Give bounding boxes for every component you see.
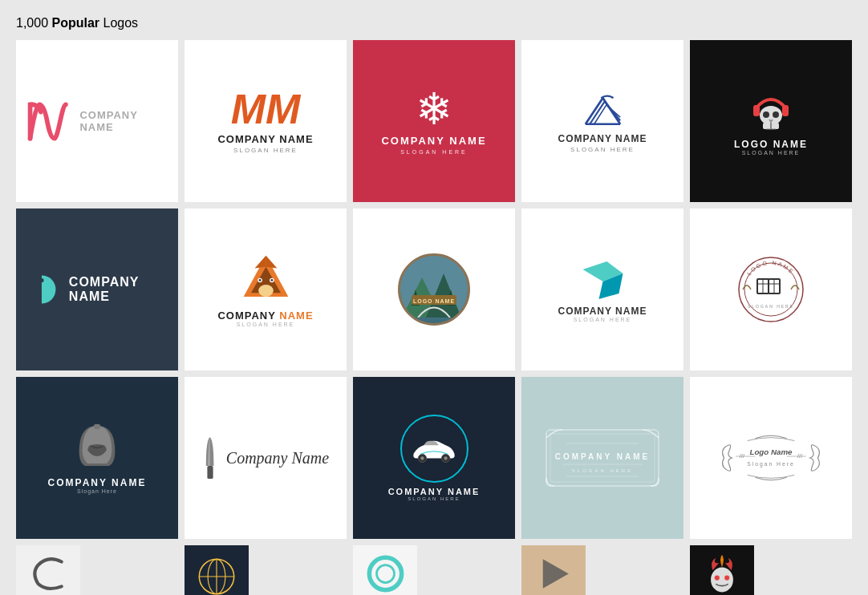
card12-company-name: Company Name <box>226 449 329 468</box>
knife-icon <box>202 430 218 486</box>
result-count: 1,000 <box>16 16 48 30</box>
ornate-frame-icon: COMPANY NAME SLOGAN HERE <box>542 426 663 490</box>
logo-card-19[interactable] <box>521 545 586 595</box>
logo-card-17[interactable] <box>185 545 249 595</box>
svg-rect-2 <box>782 105 789 116</box>
logo-card-3[interactable]: ❄ COMPANY NAME SLOGAN HERE <box>353 40 515 202</box>
logo-card-10[interactable]: LOGO NAME SLOGAN HERE <box>690 208 852 370</box>
logo-card-4[interactable]: COMPANY NAME SLOGAN HERE <box>521 40 683 202</box>
logo-card-6[interactable]: COMPANY NAME <box>16 208 178 370</box>
fox-icon <box>240 252 292 308</box>
logo-card-18[interactable] <box>353 545 417 595</box>
svg-marker-18 <box>266 256 277 269</box>
helmet-icon <box>73 422 121 474</box>
decorative-frame-icon: Logo Name Slogan Here /// /// <box>712 427 830 489</box>
partial-shield-icon <box>193 552 241 595</box>
card13-company-name: COMPANY NAME <box>388 487 481 496</box>
logo-card-1[interactable]: COMPANY NAME <box>16 40 178 202</box>
geo-c-icon <box>577 257 629 306</box>
card3-slogan: SLOGAN HERE <box>400 149 468 155</box>
svg-point-43 <box>444 456 447 459</box>
svg-text:LOGO NAME: LOGO NAME <box>413 298 455 304</box>
svg-text:COMPANY NAME: COMPANY NAME <box>555 452 650 461</box>
card5-slogan: SLOGAN HERE <box>742 150 801 156</box>
svg-rect-38 <box>207 466 213 479</box>
book-circle-icon: LOGO NAME SLOGAN HERE <box>735 253 807 326</box>
partial-play-icon <box>532 552 576 595</box>
pacman-icon <box>24 269 59 310</box>
svg-point-5 <box>763 111 769 118</box>
svg-point-9 <box>39 278 43 282</box>
paper-stack-icon <box>577 89 629 133</box>
mountain-badge-icon: LOGO NAME <box>398 253 470 326</box>
logo-card-20[interactable] <box>690 545 754 595</box>
card5-company-name: LOGO NAME <box>734 139 808 150</box>
letter-n-icon <box>24 95 73 148</box>
logo-card-5[interactable]: LOGO NAME SLOGAN HERE <box>690 40 852 202</box>
card3-company-name: COMPANY NAME <box>381 135 486 147</box>
svg-point-28 <box>739 257 803 322</box>
filter-popular: Popular <box>52 16 100 30</box>
logo-card-9[interactable]: COMPANY NAME SLOGAN HERE <box>521 208 683 370</box>
svg-point-6 <box>773 111 779 118</box>
svg-text:Logo Name: Logo Name <box>749 447 793 456</box>
logo-card-14[interactable]: COMPANY NAME SLOGAN HERE <box>521 377 683 539</box>
svg-point-62 <box>376 565 394 583</box>
card2-slogan: SLOGAN HERE <box>233 147 298 154</box>
svg-marker-17 <box>254 256 266 269</box>
svg-point-61 <box>369 557 401 589</box>
card1-company-name: COMPANY NAME <box>79 109 170 133</box>
car-circle-icon <box>400 415 468 483</box>
svg-text:Slogan Here: Slogan Here <box>747 461 794 468</box>
partial-demon-icon <box>698 552 746 595</box>
svg-text:///: /// <box>740 452 745 459</box>
card4-slogan: SLOGAN HERE <box>570 146 635 153</box>
page-header: 1,000 Popular Logos <box>16 16 852 30</box>
card2-company-name: COMPANY NAME <box>217 133 313 145</box>
logo-card-8[interactable]: LOGO NAME <box>353 208 515 370</box>
logo-card-11[interactable]: COMPANY NAME Slogan Here <box>16 377 178 539</box>
mm-letters-icon: MM <box>231 88 301 130</box>
svg-text:SLOGAN HERE: SLOGAN HERE <box>572 468 633 473</box>
svg-rect-1 <box>753 105 760 116</box>
logo-card-15[interactable]: Logo Name Slogan Here /// /// <box>690 377 852 539</box>
logo-card-13[interactable]: COMPANY NAME SLOGAN HERE <box>353 377 515 539</box>
logo-card-16[interactable] <box>16 545 80 595</box>
card13-slogan: SLOGAN HERE <box>408 496 460 501</box>
svg-point-15 <box>258 279 261 281</box>
svg-point-65 <box>715 575 720 580</box>
skull-headphones-icon <box>747 87 795 139</box>
svg-point-66 <box>724 575 729 580</box>
partial-ring-icon <box>363 552 408 595</box>
card11-company-name: COMPANY NAME <box>48 477 147 488</box>
card4-company-name: COMPANY NAME <box>558 133 647 144</box>
partial-c-icon <box>28 552 68 592</box>
svg-point-12 <box>258 285 274 297</box>
card6-company-name: COMPANY NAME <box>69 275 170 304</box>
svg-point-16 <box>270 279 273 281</box>
card7-company-name: COMPANY NAME <box>217 310 313 322</box>
card7-slogan: SLOGAN HERE <box>237 322 295 327</box>
card9-company-name: COMPANY NAME <box>558 306 647 317</box>
svg-text:SLOGAN HERE: SLOGAN HERE <box>748 304 794 309</box>
svg-rect-37 <box>94 424 100 429</box>
logo-card-2[interactable]: MM COMPANY NAME SLOGAN HERE <box>185 40 347 202</box>
card9-slogan: SLOGAN HERE <box>574 317 632 322</box>
snowflake-icon: ❄ <box>416 87 452 132</box>
logo-card-12[interactable]: Company Name <box>185 377 347 539</box>
logo-card-7[interactable]: COMPANY NAME SLOGAN HERE <box>185 208 347 370</box>
svg-point-42 <box>420 456 424 459</box>
card11-slogan: Slogan Here <box>77 488 117 494</box>
logo-grid: COMPANY NAME MM COMPANY NAME SLOGAN HERE… <box>16 40 852 595</box>
category-logos: Logos <box>103 16 139 30</box>
svg-text:///: /// <box>797 452 803 459</box>
svg-marker-63 <box>542 559 568 589</box>
svg-point-64 <box>711 567 733 592</box>
